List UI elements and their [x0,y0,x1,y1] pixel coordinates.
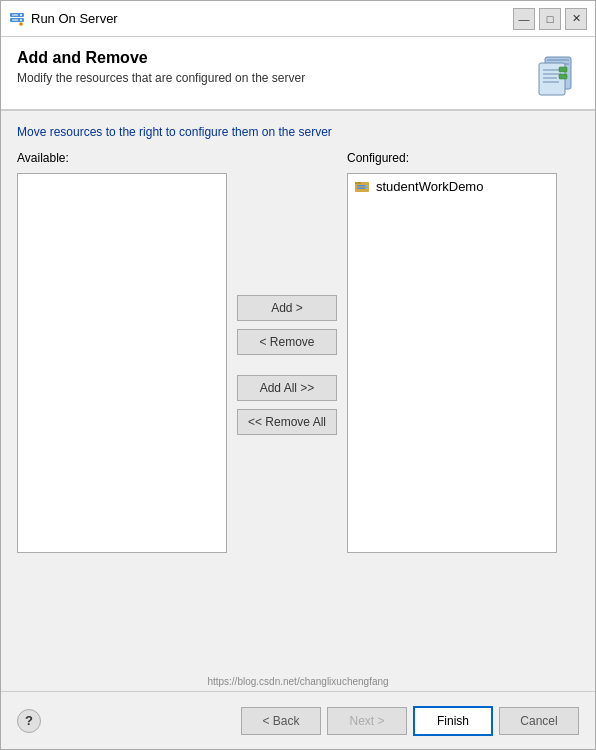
svg-rect-14 [543,77,557,79]
configured-list[interactable]: studentWorkDemo [347,173,557,553]
title-controls: — □ ✕ [513,8,587,30]
svg-rect-13 [543,73,561,75]
footer-left: ? [17,709,41,733]
svg-rect-9 [547,59,569,61]
header-section: Add and Remove Modify the resources that… [1,37,595,111]
svg-point-22 [366,185,367,186]
finish-button[interactable]: Finish [413,706,493,736]
svg-rect-17 [559,74,567,79]
maximize-button[interactable]: □ [539,8,561,30]
window: Run On Server — □ ✕ Add and Remove Modif… [0,0,596,750]
instruction-text: Move resources to the right to configure… [17,125,579,139]
cancel-button[interactable]: Cancel [499,707,579,735]
header-icon [531,49,579,97]
add-button[interactable]: Add > [237,295,337,321]
project-icon [354,178,370,194]
header-title: Add and Remove [17,49,531,67]
svg-rect-15 [543,81,559,83]
svg-rect-16 [559,67,567,72]
svg-rect-19 [355,182,361,184]
remove-button[interactable]: < Remove [237,329,337,355]
configured-list-item[interactable]: studentWorkDemo [350,176,554,196]
header-text: Add and Remove Modify the resources that… [17,49,531,85]
title-bar: Run On Server — □ ✕ [1,1,595,37]
close-button[interactable]: ✕ [565,8,587,30]
available-section: Available: [17,151,227,553]
header-subtitle: Modify the resources that are configured… [17,71,531,85]
svg-point-23 [366,188,367,189]
title-bar-left: Run On Server [9,11,118,27]
svg-rect-5 [12,19,18,20]
svg-point-3 [20,19,22,21]
svg-rect-4 [12,14,18,15]
watermark: https://blog.csdn.net/changlixuchengfang [1,674,595,691]
title-text: Run On Server [31,11,118,26]
minimize-button[interactable]: — [513,8,535,30]
title-icon [9,11,25,27]
footer-right: < Back Next > Finish Cancel [241,706,579,736]
remove-all-button[interactable]: << Remove All [237,409,337,435]
configured-section: Configured: [347,151,557,553]
add-all-button[interactable]: Add All >> [237,375,337,401]
svg-point-2 [20,14,22,16]
lists-area: Available: Add > < Remove Add All >> << … [17,151,579,660]
content-area: Move resources to the right to configure… [1,111,595,674]
help-button[interactable]: ? [17,709,41,733]
footer: ? < Back Next > Finish Cancel [1,691,595,749]
configured-item-name: studentWorkDemo [376,179,483,194]
transfer-buttons: Add > < Remove Add All >> << Remove All [227,175,347,555]
back-button[interactable]: < Back [241,707,321,735]
svg-rect-12 [543,69,559,71]
next-button[interactable]: Next > [327,707,407,735]
available-list[interactable] [17,173,227,553]
configured-label: Configured: [347,151,557,165]
available-label: Available: [17,151,227,165]
svg-point-7 [20,23,21,24]
